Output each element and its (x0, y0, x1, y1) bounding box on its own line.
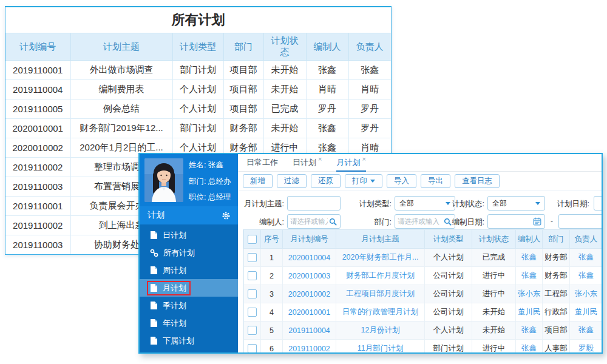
profile-info: 姓名: 张鑫 部门: 总经办 职位: 总经理 (189, 158, 231, 206)
profile-card: 姓名: 张鑫 部门: 总经办 职位: 总经理 (140, 154, 238, 206)
plan-cell: 2019110003 (5, 177, 70, 197)
profile-department: 部门: 总经办 (189, 177, 231, 187)
plan-status-select[interactable]: 全部 (487, 196, 545, 211)
plan-no-link[interactable]: 2020010003 (283, 267, 336, 285)
plan-no-link[interactable]: 2020010002 (283, 285, 336, 303)
select-all-checkbox[interactable] (248, 235, 257, 244)
sidebar-item-year-plan[interactable]: 年计划 (140, 314, 238, 332)
plan-subject-link[interactable]: 工程项目部月度计划 (336, 285, 425, 303)
tab-daily-work[interactable]: 日常工作 (246, 154, 278, 171)
sidebar-item-all-plans[interactable]: 所有计划 (140, 244, 238, 261)
button-label: 导出 (428, 176, 443, 186)
created-date-end-input[interactable] (558, 214, 603, 229)
plan-cell: 1 (261, 249, 283, 267)
add-button[interactable]: 新增 (243, 174, 273, 188)
plan-cell: 项目部 (223, 80, 263, 99)
plan-cell: 个人计划 (425, 322, 472, 340)
sidebar-item-quarter-plan[interactable]: 季计划 (140, 297, 238, 314)
plan-cell: 项目部 (543, 322, 570, 340)
file-icon (150, 231, 158, 240)
sidebar-item-day-plan[interactable]: 日计划 (140, 226, 238, 244)
tab-close-icon[interactable]: × (362, 155, 365, 163)
filter-button[interactable]: 过滤 (277, 174, 307, 188)
all-plans-header-row: 计划编号计划主题计划类型部门计划状态编制人负责人 (5, 33, 391, 61)
creator-search-input[interactable] (287, 214, 341, 229)
owner-link[interactable]: 张小东 (570, 285, 602, 303)
avatar (144, 158, 183, 202)
row-checkbox[interactable] (248, 308, 257, 317)
tab-bar: 日常工作日计划×月计划× (238, 154, 602, 172)
plan-subject-link[interactable]: 11月部门计划 (336, 340, 425, 353)
sidebar-item-subordinate-plan[interactable]: 下属计划 (140, 332, 238, 349)
plan-subject-link[interactable]: 12月份计划 (336, 322, 425, 340)
owner-link[interactable]: 罗毅 (570, 340, 602, 353)
date-range-separator: - (548, 217, 556, 226)
dept-input[interactable] (396, 218, 444, 225)
plan-date-input[interactable] (594, 196, 603, 211)
sidebar: 姓名: 张鑫 部门: 总经办 职位: 总经理 计划 日计划所有计划周计划月计划季… (140, 154, 238, 352)
creator-link[interactable]: 张小东 (516, 285, 543, 303)
tab-month-plan[interactable]: 月计划× (336, 154, 365, 172)
row-checkbox[interactable] (248, 271, 257, 280)
plan-cell: 人事部 (543, 340, 570, 353)
plan-subject-link[interactable]: 财务部工作月度计划 (336, 267, 425, 285)
plan-subject-link[interactable]: 日常的行政管理月计划 (336, 303, 425, 322)
plan-cell: 2 (261, 267, 283, 285)
menu-item-content: 周计划 (147, 263, 191, 278)
column-header: 部门 (223, 33, 263, 61)
row-checkbox[interactable] (248, 326, 257, 335)
checkbox-cell (244, 340, 261, 353)
month-plan-subject-input[interactable] (287, 196, 341, 211)
button-label: 查看日志 (462, 176, 492, 186)
owner-link[interactable]: 张鑫 (570, 267, 602, 285)
file-icon (150, 283, 158, 292)
chevron-down-icon (370, 180, 375, 183)
calendar-icon[interactable] (533, 217, 541, 226)
import-button[interactable]: 导入 (387, 174, 416, 188)
plan-cell: 部门计划 (172, 119, 223, 138)
plan-cell: 进行中 (472, 267, 516, 285)
sidebar-item-label: 日计划 (163, 230, 186, 241)
owner-link[interactable]: 张鑫 (570, 249, 602, 267)
plan-cell: 2019110002 (5, 216, 70, 235)
plan-subject-link[interactable]: 2020年财务部工作月... (336, 249, 425, 267)
month-plan-table-wrap: 序号月计划编号月计划主题计划类型计划状态编制人部门负责人 12020010004… (243, 229, 602, 352)
creator-link[interactable]: 张鑫 (516, 322, 543, 340)
sidebar-item-month-plan[interactable]: 月计划 (140, 279, 238, 297)
plan-no-link[interactable]: 2019110002 (283, 340, 336, 353)
creator-link[interactable]: 张鑫 (516, 267, 543, 285)
plan-no-link[interactable]: 2020010004 (283, 249, 336, 267)
created-date-start-input[interactable] (487, 214, 545, 229)
tab-day-plan[interactable]: 日计划× (293, 154, 322, 171)
filter-label-subject: 月计划主题: (243, 199, 284, 209)
search-icon[interactable] (329, 218, 337, 226)
table-row: 32020010002工程项目部月度计划公司计划进行中张小东工程部张小东 (244, 285, 602, 303)
month-plan-body: 120200100042020年财务部工作月...个人计划已完成张鑫财务部张鑫2… (244, 249, 602, 353)
reset-button[interactable]: 还原 (311, 174, 341, 188)
row-checkbox[interactable] (248, 289, 257, 298)
creator-link[interactable]: 张鑫 (516, 249, 543, 267)
plan-no-link[interactable]: 2020010001 (283, 303, 336, 322)
plan-cell: 公司计划 (425, 303, 472, 322)
plan-cell: 项目部 (223, 99, 263, 119)
owner-link[interactable]: 张鑫 (570, 322, 602, 340)
plan-cell: 肖晴 (306, 80, 348, 99)
table-row: 22020010003财务部工作月度计划公司计划进行中张鑫财务部张鑫 (244, 267, 602, 285)
plan-no-link[interactable]: 2019110004 (283, 322, 336, 340)
view-log-button[interactable]: 查看日志 (455, 174, 500, 188)
created-date-start[interactable] (489, 218, 533, 225)
creator-link[interactable]: 董川民 (516, 303, 543, 322)
creator-link[interactable]: 张鑫 (516, 340, 543, 353)
column-header: 计划主题 (70, 33, 172, 61)
gear-icon[interactable] (222, 211, 231, 220)
print-button[interactable]: 打印 (345, 174, 382, 188)
tab-close-icon[interactable]: × (318, 155, 322, 163)
export-button[interactable]: 导出 (421, 174, 450, 188)
plan-cell: 张鑫 (306, 119, 348, 138)
creator-input[interactable] (289, 218, 329, 225)
sidebar-item-week-plan[interactable]: 周计划 (140, 261, 238, 279)
owner-link[interactable]: 董川民 (570, 303, 602, 322)
row-checkbox[interactable] (248, 253, 257, 262)
row-checkbox[interactable] (248, 344, 257, 352)
column-header: 编制人 (516, 230, 543, 249)
